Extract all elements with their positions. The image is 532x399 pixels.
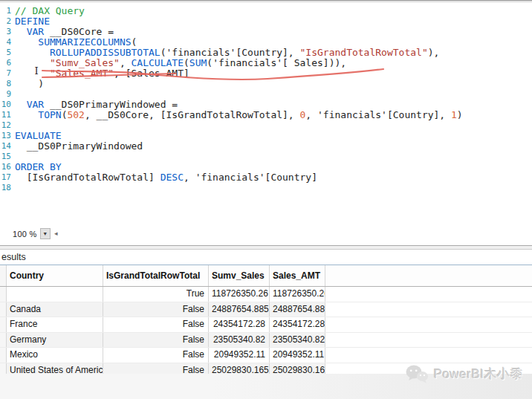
line-number: 6	[0, 58, 13, 68]
text-cursor-ibeam-icon: I	[33, 65, 40, 77]
code-line: 13EVALUATE	[0, 131, 532, 141]
code-line: 11 TOPN(502, __DS0Core, [IsGrandTotalRow…	[0, 110, 532, 120]
table-cell[interactable]: False	[103, 302, 209, 317]
code-text: TOPN(502, __DS0Core, [IsGrandTotalRowTot…	[13, 110, 463, 120]
code-line: 18	[0, 183, 532, 193]
dax-query-window: 1// DAX Query2DEFINE3 VAR __DS0Core =4 S…	[0, 0, 532, 399]
table-cell[interactable]: 24354172.28	[270, 317, 325, 332]
row-filler	[325, 317, 532, 332]
table-cell[interactable]: Germany	[7, 333, 103, 348]
code-line: 7 "Sales_AMT", [Sales AMT]	[0, 68, 532, 79]
column-header-sales_amt[interactable]: Sales_AMT	[270, 265, 325, 286]
table-cell[interactable]: 20949352.11	[209, 348, 270, 363]
code-text: VAR __DS0Core =	[13, 27, 114, 37]
code-text: )	[13, 79, 44, 89]
line-number: 15	[0, 152, 13, 162]
watermark-text: PowerBI木小黍	[434, 366, 523, 383]
code-text	[13, 152, 15, 162]
table-cell[interactable]: 20949352.11	[270, 348, 325, 363]
code-line: 6 "Sumv_Sales", CALCULATE(SUM('financial…	[0, 58, 532, 68]
table-cell[interactable]: 24887654.885	[270, 302, 325, 317]
chevron-down-icon: ▼	[42, 231, 48, 236]
table-cell[interactable]: False	[103, 317, 209, 332]
window-top-edge	[0, 0, 532, 2]
table-cell[interactable]: Canada	[7, 302, 103, 317]
row-gutter[interactable]	[0, 287, 7, 302]
code-text	[13, 183, 15, 193]
table-cell[interactable]: False	[103, 333, 209, 348]
row-filler	[325, 287, 532, 302]
code-text: [IsGrandTotalRowTotal] DESC, 'financials…	[13, 172, 317, 183]
table-cell[interactable]: True	[103, 287, 209, 302]
code-text: ORDER BY	[13, 162, 62, 172]
code-text	[13, 89, 15, 100]
column-header-sumv_sales[interactable]: Sumv_Sales	[209, 265, 270, 286]
results-panel-label: esults	[1, 252, 26, 262]
table-cell[interactable]: Mexico	[7, 348, 103, 363]
scroll-left-arrow-icon[interactable]: ◂	[54, 229, 58, 238]
line-number: 11	[0, 110, 13, 120]
code-line: 12	[0, 120, 532, 131]
code-lines: 1// DAX Query2DEFINE3 VAR __DS0Core =4 S…	[0, 6, 532, 193]
code-line: 8 )	[0, 79, 532, 89]
code-line: 5 ROLLUPADDISSUBTOTAL('financials'[Count…	[0, 48, 532, 58]
table-cell[interactable]: 118726350.26	[209, 287, 270, 302]
code-text: "Sumv_Sales", CALCULATE(SUM('financials'…	[13, 58, 346, 68]
code-line: 14 __DS0PrimaryWindowed	[0, 141, 532, 152]
column-header-isgrandtotalrowtotal[interactable]: IsGrandTotalRowTotal	[103, 265, 209, 286]
table-cell[interactable]: 118726350.26	[270, 287, 325, 302]
code-text: // DAX Query	[13, 6, 85, 16]
line-number: 8	[0, 79, 13, 89]
code-text: ROLLUPADDISSUBTOTAL('financials'[Country…	[13, 48, 439, 58]
code-text: __DS0PrimaryWindowed	[13, 141, 143, 152]
code-editor[interactable]: 1// DAX Query2DEFINE3 VAR __DS0Core =4 S…	[0, 4, 532, 224]
line-number: 2	[0, 16, 13, 27]
zoom-dropdown-button[interactable]: ▼	[40, 228, 51, 239]
code-text: VAR __DS0PrimaryWindowed =	[13, 100, 178, 110]
table-cell[interactable]: 23505340.82	[270, 333, 325, 348]
table-row: MexicoFalse20949352.1120949352.11	[0, 348, 532, 363]
row-gutter[interactable]	[0, 348, 7, 363]
code-text: SUMMARIZECOLUMNS(	[13, 37, 137, 48]
code-line: 10 VAR __DS0PrimaryWindowed =	[0, 100, 532, 110]
code-line: 17 [IsGrandTotalRowTotal] DESC, 'financi…	[0, 172, 532, 183]
code-text: EVALUATE	[13, 131, 62, 141]
line-number: 12	[0, 120, 13, 131]
line-number: 5	[0, 48, 13, 58]
line-number: 7	[0, 68, 13, 79]
row-gutter[interactable]	[0, 333, 7, 348]
table-row: GermanyFalse23505340.8223505340.82	[0, 333, 532, 348]
row-filler	[325, 333, 532, 348]
editor-bottom-bar: 100 % ▼ ◂	[0, 226, 532, 242]
line-number: 13	[0, 131, 13, 141]
code-line: 4 SUMMARIZECOLUMNS(	[0, 37, 532, 48]
table-row: True118726350.26118726350.26	[0, 287, 532, 302]
code-line: 9	[0, 89, 532, 100]
row-gutter[interactable]	[0, 302, 7, 317]
code-line: 3 VAR __DS0Core =	[0, 27, 532, 37]
table-cell[interactable]: 24354172.28	[209, 317, 270, 332]
table-cell[interactable]	[7, 287, 103, 302]
line-number: 14	[0, 141, 13, 152]
table-cell[interactable]: False	[103, 348, 209, 363]
table-cell[interactable]: 24887654.885	[209, 302, 270, 317]
line-number: 10	[0, 100, 13, 110]
code-line: 2DEFINE	[0, 16, 532, 27]
row-filler	[325, 348, 532, 363]
zoom-level-label: 100 %	[13, 230, 37, 239]
wechat-icon	[405, 364, 429, 384]
code-line: 16ORDER BY	[0, 162, 532, 172]
code-text: DEFINE	[13, 16, 50, 27]
column-header-country[interactable]: Country	[7, 265, 103, 286]
table-cell[interactable]: France	[7, 317, 103, 332]
line-number: 4	[0, 37, 13, 48]
table-cell[interactable]: 23505340.82	[209, 333, 270, 348]
line-number: 18	[0, 183, 13, 193]
line-number: 3	[0, 27, 13, 37]
line-number: 17	[0, 172, 13, 183]
row-gutter[interactable]	[0, 317, 7, 332]
results-grid: CountryIsGrandTotalRowTotalSumv_SalesSal…	[0, 265, 532, 378]
pane-splitter[interactable]	[0, 245, 532, 250]
row-filler	[325, 302, 532, 317]
zoom-control[interactable]: 100 % ▼	[13, 227, 51, 240]
